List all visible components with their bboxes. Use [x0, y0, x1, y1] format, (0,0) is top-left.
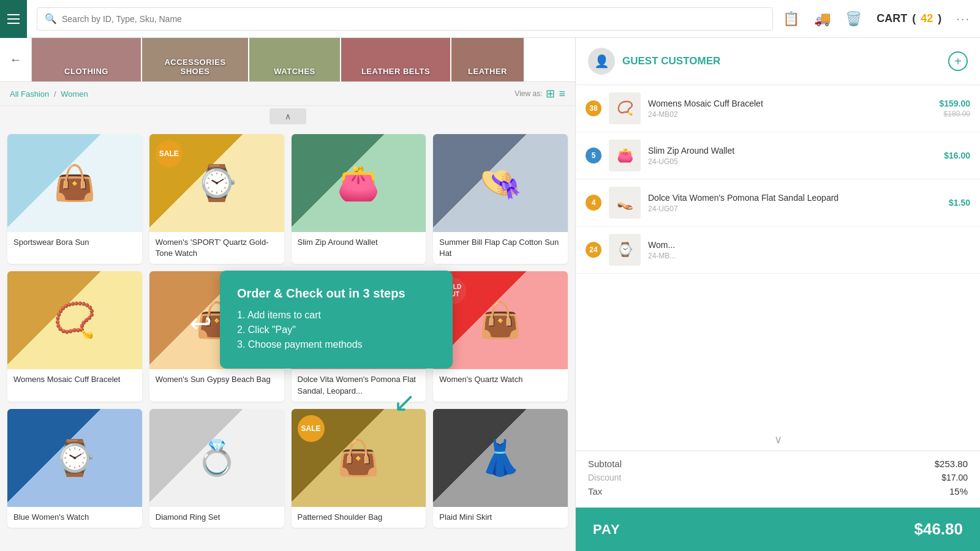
- cart-item-prices-3: $1.50: [949, 198, 970, 208]
- product-image-1: 👜: [7, 134, 142, 232]
- cart-item-sku-3: 24-UG07: [648, 204, 941, 213]
- product-card-3[interactable]: 👛 Slim Zip Around Wallet: [292, 134, 426, 264]
- product-card-8[interactable]: 👜 SOLDOUT Women's Quartz Watch: [433, 271, 568, 401]
- cart-item-name-3: Dolce Vita Women's Pomona Flat Sandal Le…: [648, 192, 941, 203]
- cart-item-2[interactable]: 5 👛 Slim Zip Around Wallet 24-UG05 $16.0…: [576, 132, 980, 179]
- cart-section[interactable]: CART (42): [876, 12, 941, 25]
- add-customer-button[interactable]: +: [948, 51, 968, 71]
- scroll-up-button[interactable]: ∧: [270, 108, 306, 124]
- product-name-8: Women's Quartz Watch: [433, 369, 568, 390]
- cart-summary: Subtotal $253.80 Discount $17.00 Tax 15%: [576, 451, 980, 508]
- category-leather2[interactable]: LEATHER: [451, 38, 525, 82]
- category-clothing-label: CLOTHING: [64, 67, 108, 76]
- left-panel: ← CLOTHING ACCESSORIESSHOES WATCHES LEAT…: [0, 38, 576, 551]
- category-watches[interactable]: WATCHES: [249, 38, 341, 82]
- product-image-4: 👒: [433, 134, 568, 232]
- cart-items-list: 38 📿 Womens Mosaic Cuff Bracelet 24-MB02…: [576, 85, 980, 429]
- cart-item-name-4: Wom...: [648, 239, 963, 250]
- category-clothing[interactable]: CLOTHING: [32, 38, 142, 82]
- product-card-11[interactable]: 👜 SALE Patterned Shoulder Bag: [292, 409, 426, 528]
- tax-label: Tax: [588, 486, 602, 497]
- breadcrumb-parent[interactable]: All Fashion: [10, 89, 49, 99]
- category-accessories[interactable]: ACCESSORIESSHOES: [142, 38, 249, 82]
- cart-item-name-1: Womens Mosaic Cuff Bracelet: [648, 98, 932, 109]
- product-card-10[interactable]: 💍 Diamond Ring Set: [149, 409, 284, 528]
- product-card-1[interactable]: 👜 Sportswear Bora Sun: [7, 134, 142, 264]
- category-accessories-label: ACCESSORIESSHOES: [164, 58, 225, 76]
- cart-item-image-4: ⌚: [609, 234, 641, 266]
- grid-view-button[interactable]: ⊞: [546, 87, 555, 100]
- cart-item-image-1: 📿: [609, 92, 641, 124]
- cart-expand-toggle[interactable]: ∨: [576, 429, 980, 451]
- search-bar[interactable]: 🔍: [37, 7, 773, 31]
- cart-item-qty-2: 5: [586, 148, 601, 163]
- category-leather-belts[interactable]: LEATHER BELTS: [341, 38, 451, 82]
- product-name-10: Diamond Ring Set: [149, 507, 284, 528]
- product-image-9: ⌚: [7, 409, 142, 507]
- product-card-5[interactable]: 📿 Womens Mosaic Cuff Bracelet: [7, 271, 142, 401]
- avatar-icon: 👤: [594, 54, 609, 69]
- pay-label: PAY: [593, 522, 620, 538]
- cart-item-info-3: Dolce Vita Women's Pomona Flat Sandal Le…: [648, 192, 941, 213]
- cart-item-info-2: Slim Zip Around Wallet 24-UG05: [648, 145, 937, 166]
- search-icon: 🔍: [45, 13, 57, 24]
- breadcrumb-current: Women: [61, 89, 88, 99]
- menu-button[interactable]: [0, 0, 27, 38]
- product-name-2: Women's 'SPORT' Quartz Gold-Tone Watch: [149, 232, 284, 264]
- tooltip-step-2: 2. Click "Pay": [237, 324, 435, 335]
- product-name-1: Sportswear Bora Sun: [7, 232, 142, 253]
- search-input[interactable]: [62, 14, 765, 24]
- cart-item-1[interactable]: 38 📿 Womens Mosaic Cuff Bracelet 24-MB02…: [576, 85, 980, 132]
- breadcrumb-separator: /: [54, 89, 56, 99]
- trash-icon[interactable]: 🗑️: [845, 11, 862, 27]
- category-bar: ← CLOTHING ACCESSORIESSHOES WATCHES LEAT…: [0, 38, 575, 82]
- tooltip-step-1: 1. Add items to cart: [237, 310, 435, 321]
- product-name-11: Patterned Shoulder Bag: [292, 507, 426, 528]
- product-card-9[interactable]: ⌚ Blue Women's Watch: [7, 409, 142, 528]
- cart-item-image-2: 👛: [609, 140, 641, 171]
- cart-item-price-3: $1.50: [949, 198, 970, 208]
- delivery-icon[interactable]: 🚚: [814, 11, 831, 27]
- product-card-2[interactable]: ⌚ SALE Women's 'SPORT' Quartz Gold-Tone …: [149, 134, 284, 264]
- cart-item-image-3: 👡: [609, 187, 641, 219]
- back-button[interactable]: ←: [0, 38, 32, 82]
- cart-item-sku-2: 24-UG05: [648, 157, 937, 166]
- cart-item-sku-1: 24-MB02: [648, 110, 932, 119]
- cart-count: 42: [921, 12, 933, 25]
- product-name-6: Women's Sun Gypsy Beach Bag: [149, 369, 284, 390]
- pay-button[interactable]: PAY $46.80: [576, 508, 980, 551]
- tooltip-title: Order & Check out in 3 steps: [237, 285, 435, 301]
- subtotal-label: Subtotal: [588, 459, 622, 469]
- category-watches-label: WATCHES: [274, 67, 315, 76]
- header-icons: 📋 🚚 🗑️ CART (42) ···: [783, 11, 970, 27]
- tax-row: Tax 15%: [588, 486, 968, 497]
- cart-item-info-4: Wom... 24-MB...: [648, 239, 963, 260]
- customer-name: GUEST CUSTOMER: [622, 55, 948, 67]
- categories: CLOTHING ACCESSORIESSHOES WATCHES LEATHE…: [32, 38, 575, 82]
- cart-item-prices-2: $16.00: [944, 151, 970, 160]
- cart-item-qty-1: 38: [586, 100, 601, 116]
- cart-item-3[interactable]: 4 👡 Dolce Vita Women's Pomona Flat Sanda…: [576, 179, 980, 227]
- discount-label: Discount: [588, 473, 621, 482]
- sale-badge-2: SALE: [156, 140, 183, 167]
- subtotal-row: Subtotal $253.80: [588, 459, 968, 469]
- more-options-button[interactable]: ···: [956, 12, 970, 26]
- product-name-3: Slim Zip Around Wallet: [292, 232, 426, 253]
- view-as-label: View as:: [514, 89, 542, 98]
- product-card-4[interactable]: 👒 Summer Bill Flap Cap Cotton Sun Hat: [433, 134, 568, 264]
- category-leather2-label: LEATHER: [468, 67, 507, 76]
- breadcrumb: All Fashion / Women: [10, 89, 88, 99]
- checkout-tooltip: ↪ Order & Check out in 3 steps 1. Add it…: [220, 271, 453, 369]
- cart-item-prices-1: $159.00 $180.00: [939, 99, 970, 118]
- view-toggle: View as: ⊞ ≡: [514, 87, 565, 100]
- customer-avatar: 👤: [588, 48, 615, 75]
- list-view-button[interactable]: ≡: [559, 88, 565, 100]
- notes-icon[interactable]: 📋: [783, 11, 799, 27]
- product-card-12[interactable]: 👗 Plaid Mini Skirt: [433, 409, 568, 528]
- cart-label: CART: [876, 12, 907, 25]
- cart-item-original-1: $180.00: [939, 110, 970, 118]
- scroll-up-area: ∧: [0, 106, 575, 127]
- cart-item-4[interactable]: 24 ⌚ Wom... 24-MB...: [576, 227, 980, 274]
- cart-item-info-1: Womens Mosaic Cuff Bracelet 24-MB02: [648, 98, 932, 119]
- cart-item-name-2: Slim Zip Around Wallet: [648, 145, 937, 156]
